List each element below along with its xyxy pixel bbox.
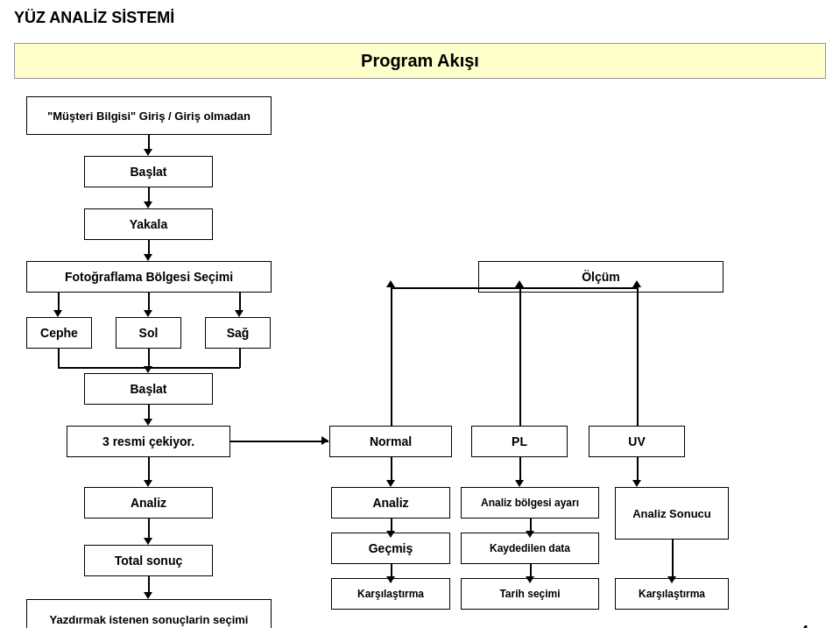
yakala-box: Yakala — [84, 208, 213, 240]
cephe-box: Cephe — [26, 317, 92, 349]
baslat1-box: Başlat — [84, 156, 213, 187]
analiz-sub-box: Analiz — [331, 487, 450, 519]
analiz-main-box: Analiz — [84, 487, 213, 519]
sol-box: Sol — [116, 317, 181, 349]
yazdirmak-box: Yazdırmak istenen sonuçlarin seçimi — [26, 599, 272, 628]
page-number: 4 — [801, 624, 808, 628]
resmi-cekiyor-box: 3 resmi çekiyor. — [67, 426, 230, 457]
pl-box: PL — [471, 426, 568, 457]
normal-box: Normal — [329, 426, 452, 457]
total-sonuc-box: Total sonuç — [84, 545, 213, 576]
uv-box: UV — [589, 426, 685, 457]
baslat2-box: Başlat — [84, 373, 213, 405]
sag-box: Sağ — [205, 317, 271, 349]
program-akisi-bar: Program Akışı — [14, 43, 826, 79]
page-title: YÜZ ANALİZ SİSTEMİ — [0, 0, 840, 36]
fotograflama-box: Fotoğraflama Bölgesi Seçimi — [26, 261, 272, 293]
analiz-sonucu-box: Analiz Sonucu — [615, 487, 729, 540]
analiz-bolgesi-box: Analiz bölgesi ayarı — [461, 487, 599, 519]
musteri-box: "Müşteri Bilgisi" Giriş / Giriş olmadan — [26, 96, 272, 135]
